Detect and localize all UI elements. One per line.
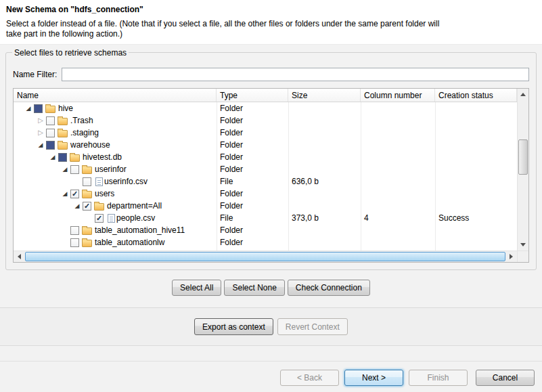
tree-table-body[interactable]: ◢ hive Folder ▷ .Trash Folder ▷ .staging [14,102,517,251]
row-checkbox[interactable]: ✓ [70,190,79,198]
tree-indent [23,169,60,170]
table-row[interactable]: userinfo.csv File 636,0 b [14,175,517,188]
row-type: Folder [217,189,288,198]
expander-icon[interactable]: ◢ [60,163,70,175]
folder-icon [45,106,55,113]
scroll-right-button[interactable] [505,251,517,262]
table-row[interactable]: ◢ warehouse Folder [14,139,517,151]
table-row[interactable]: ◢ ✓ users Folder [14,188,517,200]
row-checkbox[interactable] [83,177,91,186]
table-row[interactable]: ◢ hivetest.db Folder [14,151,517,163]
row-type: Folder [217,165,288,174]
expander-icon[interactable]: ◢ [60,188,70,200]
row-name-cell: ◢ userinfor [14,163,217,175]
export-as-context-button[interactable]: Export as context [194,318,273,335]
check-connection-button[interactable]: Check Connection [288,280,370,296]
column-header[interactable]: Size [288,89,361,102]
scroll-down-button[interactable] [518,239,528,251]
row-name-cell: userinfo.csv [14,177,217,186]
row-checkbox[interactable]: ✓ [83,202,91,211]
row-checkbox[interactable]: ✓ [95,214,104,223]
row-column-number: 4 [361,213,435,223]
file-icon [95,177,103,186]
row-checkbox[interactable] [70,226,79,235]
horizontal-scroll-thumb[interactable] [25,252,505,261]
table-right-column [517,89,528,262]
column-header[interactable]: Creation status [435,89,517,102]
expander-icon[interactable]: ▷ [35,127,46,139]
row-name: warehouse [70,140,110,150]
select-all-button[interactable]: Select All [172,280,221,296]
row-type: Folder [217,128,288,137]
row-type: Folder [217,104,288,113]
expander-icon[interactable]: ◢ [72,200,83,212]
row-checkbox[interactable] [46,141,55,150]
column-header-label: Name [17,91,39,100]
table-row[interactable]: ◢ ✓ department=All Folder [14,200,517,212]
row-checkbox[interactable] [46,116,55,125]
row-checkbox[interactable] [70,165,79,174]
cancel-button[interactable]: Cancel [476,370,535,386]
row-type: Folder [217,225,288,235]
row-name: .staging [70,128,99,137]
tree-indent [23,218,84,219]
expander-icon[interactable]: ▷ [35,114,46,127]
table-row[interactable]: table_automation_hive11 Folder [14,224,517,236]
scroll-up-icon [520,93,526,96]
tree-indent [23,206,72,206]
select-none-button[interactable]: Select None [224,280,284,296]
description-line-2: take part in the following action.) [6,29,534,39]
wizard-header: New Schema on "hdfs_connection" Select a… [0,0,542,45]
row-checkbox[interactable] [58,153,67,162]
row-name: hivetest.db [83,152,122,162]
vertical-scroll-thumb[interactable] [518,139,528,175]
row-name: table_automationlw [95,238,164,247]
table-row[interactable]: table_automationlw Folder [14,236,517,248]
page-description: Select a folder instead of a file. (Note… [6,19,534,39]
folder-icon [70,154,80,162]
folder-icon [82,167,92,174]
folder-icon [82,227,92,235]
table-row[interactable]: ▷ .Trash Folder [14,114,517,127]
table-row[interactable]: ◢ userinfor Folder [14,163,517,175]
row-checkbox[interactable] [70,238,79,247]
column-header[interactable]: Column number [361,89,435,102]
description-line-1: Select a folder instead of a file. (Note… [6,19,534,29]
scroll-left-button[interactable] [14,251,25,262]
scroll-up-button[interactable] [518,89,528,100]
table-actions-bar: Select All Select None Check Connection [0,280,542,296]
name-filter-input[interactable] [62,68,529,81]
row-checkbox[interactable] [34,104,43,113]
table-row[interactable]: ✓ people.csv File 373,0 b 4 Success [14,212,517,224]
folder-icon [58,142,68,150]
expander-icon[interactable]: ◢ [23,102,34,114]
vertical-scroll-track[interactable] [518,100,528,239]
expander-icon[interactable]: ◢ [35,139,46,151]
horizontal-scrollbar[interactable] [14,251,517,262]
row-type: Folder [217,116,288,125]
table-header-row: Name Type Size Column number Creation st… [14,89,517,102]
back-button: < Back [280,370,339,386]
column-header[interactable]: Name [14,89,217,102]
next-button[interactable]: Next > [344,370,403,386]
row-name-cell: ◢ hivetest.db [14,151,217,163]
vertical-scrollbar[interactable] [518,89,528,251]
row-name-cell: table_automation_hive11 [14,225,217,235]
folder-icon [82,240,92,247]
table-row[interactable]: ▷ .staging Folder [14,127,517,139]
expander-icon[interactable]: ◢ [47,151,58,163]
table-row[interactable]: ◢ hive Folder [14,102,517,114]
tree-indent [23,230,60,231]
row-name: people.csv [116,213,155,223]
row-name: users [95,189,114,198]
row-name: hive [58,104,73,113]
folder-icon [94,203,104,211]
export-context-panel: Export as context Revert Context [0,307,542,346]
column-header[interactable]: Type [217,89,288,102]
row-checkbox[interactable] [46,129,55,137]
row-name: department=All [107,201,162,211]
revert-context-button: Revert Context [277,318,348,335]
folder-icon [82,191,92,198]
row-size: 636,0 b [288,177,361,186]
row-type: Folder [217,140,288,150]
